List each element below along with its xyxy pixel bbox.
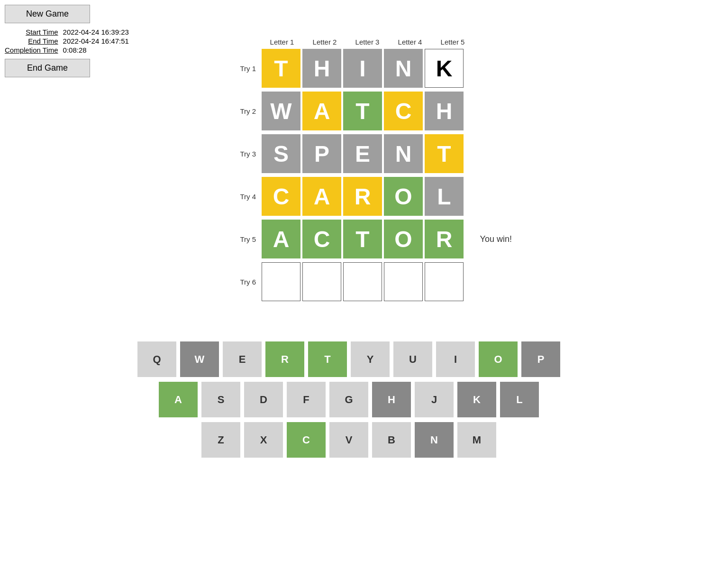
cell-r2-c4: C [384, 92, 423, 130]
cell-r5-c4: O [384, 220, 423, 258]
col-header-1: Letter 1 [261, 38, 303, 46]
key-f[interactable]: F [287, 382, 326, 417]
grid-rows: Try 1THINKTry 2WATCHTry 3SPENTTry 4CAROL… [232, 48, 474, 302]
cell-r3-c2: P [302, 134, 341, 173]
key-j[interactable]: J [415, 382, 454, 417]
key-b[interactable]: B [372, 422, 411, 458]
key-w[interactable]: W [180, 341, 219, 377]
cell-r3-c1: S [262, 134, 300, 173]
row-label-4: Try 4 [232, 193, 261, 201]
key-y[interactable]: Y [351, 341, 390, 377]
col-header-2: Letter 2 [303, 38, 346, 46]
key-x[interactable]: X [244, 422, 283, 458]
end-time-label: End Time [5, 37, 58, 45]
cell-r5-c3: T [343, 220, 382, 258]
win-message: You win! [480, 234, 512, 244]
cell-r1-c2: H [302, 49, 341, 88]
col-header-3: Letter 3 [346, 38, 389, 46]
controls-panel: New Game Start Time 2022-04-24 16:39:23 … [5, 5, 129, 77]
game-grid-area: Letter 1 Letter 2 Letter 3 Letter 4 Lett… [232, 38, 474, 304]
cell-r6-c5 [425, 262, 464, 301]
key-d[interactable]: D [244, 382, 283, 417]
cell-r4-c5: L [425, 177, 464, 216]
cell-r1-c4: N [384, 49, 423, 88]
keyboard: QWERTYUIOPASDFGHJKLZXCVBNM [137, 341, 560, 458]
key-z[interactable]: Z [201, 422, 240, 458]
key-o[interactable]: O [479, 341, 518, 377]
grid-row-6: Try 6 [232, 261, 474, 302]
cell-r3-c5: T [425, 134, 464, 173]
new-game-button[interactable]: New Game [5, 5, 90, 23]
info-table: Start Time 2022-04-24 16:39:23 End Time … [5, 28, 129, 54]
key-h[interactable]: H [372, 382, 411, 417]
key-e[interactable]: E [223, 341, 262, 377]
key-g[interactable]: G [329, 382, 368, 417]
cell-r4-c3: R [343, 177, 382, 216]
completion-time-value: 0:08:28 [63, 46, 129, 54]
cell-r4-c4: O [384, 177, 423, 216]
cell-r2-c1: W [262, 92, 300, 130]
cell-r2-c2: A [302, 92, 341, 130]
grid-header: Letter 1 Letter 2 Letter 3 Letter 4 Lett… [232, 38, 474, 46]
col-header-4: Letter 4 [389, 38, 431, 46]
cell-r1-c5: K [425, 49, 464, 88]
keyboard-row-3: ZXCVBNM [201, 422, 496, 458]
cell-r5-c1: A [262, 220, 300, 258]
grid-row-2: Try 2WATCH [232, 91, 474, 131]
cell-r6-c1 [262, 262, 300, 301]
row-label-6: Try 6 [232, 278, 261, 286]
grid-row-1: Try 1THINK [232, 48, 474, 89]
cell-r4-c1: C [262, 177, 300, 216]
cell-r2-c3: T [343, 92, 382, 130]
key-m[interactable]: M [457, 422, 496, 458]
row-label-2: Try 2 [232, 107, 261, 115]
end-game-button[interactable]: End Game [5, 59, 90, 77]
key-r[interactable]: R [265, 341, 304, 377]
key-k[interactable]: K [457, 382, 496, 417]
row-label-1: Try 1 [232, 64, 261, 73]
keyboard-rows: QWERTYUIOPASDFGHJKLZXCVBNM [137, 341, 560, 458]
cell-r3-c4: N [384, 134, 423, 173]
grid-row-5: Try 5ACTORYou win! [232, 219, 474, 259]
key-a[interactable]: A [159, 382, 198, 417]
cell-r4-c2: A [302, 177, 341, 216]
key-n[interactable]: N [415, 422, 454, 458]
start-time-label: Start Time [5, 28, 58, 36]
cell-r1-c3: I [343, 49, 382, 88]
cell-r6-c4 [384, 262, 423, 301]
cell-r2-c5: H [425, 92, 464, 130]
end-time-value: 2022-04-24 16:47:51 [63, 37, 129, 45]
key-s[interactable]: S [201, 382, 240, 417]
cell-r1-c1: T [262, 49, 300, 88]
key-c[interactable]: C [287, 422, 326, 458]
cell-r6-c2 [302, 262, 341, 301]
key-l[interactable]: L [500, 382, 539, 417]
completion-time-label: Completion Time [5, 46, 58, 54]
key-q[interactable]: Q [137, 341, 176, 377]
cell-r6-c3 [343, 262, 382, 301]
key-p[interactable]: P [521, 341, 560, 377]
row-label-5: Try 5 [232, 235, 261, 243]
key-i[interactable]: I [436, 341, 475, 377]
cell-r5-c2: C [302, 220, 341, 258]
key-t[interactable]: T [308, 341, 347, 377]
key-u[interactable]: U [393, 341, 432, 377]
keyboard-row-2: ASDFGHJKL [159, 382, 539, 417]
cell-r3-c3: E [343, 134, 382, 173]
key-v[interactable]: V [329, 422, 368, 458]
grid-row-3: Try 3SPENT [232, 133, 474, 174]
keyboard-row-1: QWERTYUIOP [137, 341, 560, 377]
grid-row-4: Try 4CAROL [232, 176, 474, 217]
cell-r5-c5: R [425, 220, 464, 258]
start-time-value: 2022-04-24 16:39:23 [63, 28, 129, 36]
col-header-5: Letter 5 [431, 38, 474, 46]
row-label-3: Try 3 [232, 150, 261, 158]
